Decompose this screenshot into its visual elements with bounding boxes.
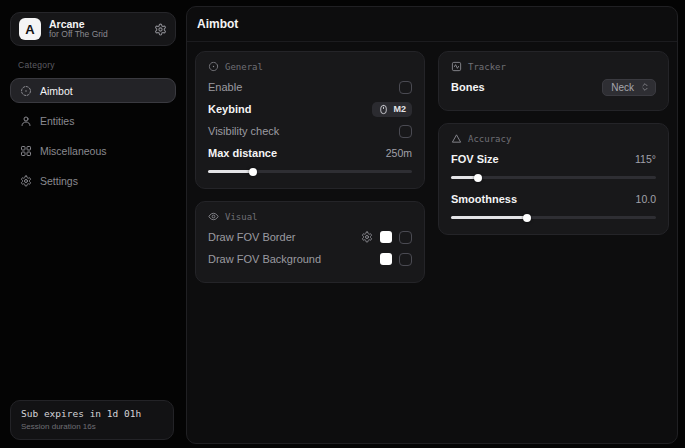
draw-fov-border-checkbox[interactable]	[399, 231, 412, 244]
page-title: Aimbot	[197, 17, 238, 31]
entities-icon	[20, 115, 32, 127]
setting-label: Visibility check	[208, 125, 279, 137]
card-title: General	[225, 62, 263, 72]
card-general: General Enable Keybind M2	[195, 51, 425, 189]
gear-icon[interactable]	[361, 231, 373, 243]
bones-select[interactable]: Neck	[602, 79, 656, 96]
grid-icon	[20, 145, 32, 157]
session-duration-text: Session duration 16s	[21, 422, 163, 431]
max-distance-slider[interactable]	[208, 170, 412, 173]
card-accuracy: Accuracy FOV Size 115° Smoothness	[438, 123, 669, 235]
main-header: Aimbot	[187, 7, 677, 42]
card-visual: Visual Draw FOV Border Draw	[195, 201, 425, 283]
mouse-icon	[378, 104, 389, 115]
gear-icon	[20, 175, 32, 187]
sidebar-item-miscellaneous[interactable]: Miscellaneous	[10, 138, 176, 163]
gear-icon[interactable]	[154, 23, 167, 36]
target-icon	[208, 61, 219, 72]
slider-thumb[interactable]	[474, 174, 482, 182]
sidebar-item-label: Settings	[40, 175, 78, 187]
sidebar-item-label: Miscellaneous	[40, 145, 107, 157]
sidebar-item-aimbot[interactable]: Aimbot	[10, 78, 176, 103]
card-title: Visual	[225, 212, 258, 222]
slider-thumb[interactable]	[523, 214, 531, 222]
activity-icon	[451, 61, 462, 72]
draw-fov-background-checkbox[interactable]	[399, 253, 412, 266]
subscription-card: Sub expires in 1d 01h Session duration 1…	[10, 400, 174, 440]
setting-label: Enable	[208, 81, 242, 93]
setting-label: Smoothness	[451, 193, 517, 205]
setting-label: Draw FOV Border	[208, 231, 295, 243]
setting-label: Bones	[451, 81, 485, 93]
card-tracker: Tracker Bones Neck	[438, 51, 669, 111]
smoothness-value: 10.0	[636, 193, 656, 205]
setting-row-smoothness: Smoothness 10.0	[451, 188, 656, 210]
setting-row-fov-size: FOV Size 115°	[451, 148, 656, 170]
app-subtitle: for Off The Grid	[49, 30, 146, 40]
setting-row-bones: Bones Neck	[451, 76, 656, 98]
card-title: Accuracy	[468, 134, 511, 144]
fov-size-slider[interactable]	[451, 176, 656, 179]
sidebar-item-settings[interactable]: Settings	[10, 168, 176, 193]
sidebar: A Arcane for Off The Grid Category Aimbo…	[6, 6, 178, 444]
setting-row-enable: Enable	[208, 76, 412, 98]
smoothness-slider[interactable]	[451, 216, 656, 219]
card-title: Tracker	[468, 62, 506, 72]
keybind-button[interactable]: M2	[372, 102, 412, 117]
triangle-icon	[451, 133, 462, 144]
keybind-value: M2	[393, 104, 406, 114]
visibility-check-checkbox[interactable]	[399, 125, 412, 138]
bones-select-value: Neck	[611, 82, 634, 93]
category-label: Category	[18, 60, 176, 70]
setting-row-visibility-check: Visibility check	[208, 120, 412, 142]
max-distance-value: 250m	[386, 147, 412, 159]
setting-label: Max distance	[208, 147, 277, 159]
setting-row-max-distance: Max distance 250m	[208, 142, 412, 164]
app-logo: A	[19, 18, 41, 40]
sidebar-item-entities[interactable]: Entities	[10, 108, 176, 133]
crosshair-icon	[20, 85, 32, 97]
setting-label: FOV Size	[451, 153, 499, 165]
fov-size-value: 115°	[635, 153, 656, 165]
enable-checkbox[interactable]	[399, 81, 412, 94]
eye-icon	[208, 211, 219, 222]
fov-background-color-swatch[interactable]	[380, 253, 392, 265]
sidebar-item-label: Entities	[40, 115, 74, 127]
setting-row-draw-fov-border: Draw FOV Border	[208, 226, 412, 248]
fov-border-color-swatch[interactable]	[380, 231, 392, 243]
setting-row-keybind: Keybind M2	[208, 98, 412, 120]
content-area: General Enable Keybind M2	[187, 42, 677, 292]
sidebar-item-label: Aimbot	[40, 85, 73, 97]
setting-row-draw-fov-background: Draw FOV Background	[208, 248, 412, 270]
setting-label: Draw FOV Background	[208, 253, 321, 265]
slider-thumb[interactable]	[249, 168, 257, 176]
app-header: A Arcane for Off The Grid	[10, 12, 176, 46]
chevrons-up-down-icon	[640, 82, 650, 92]
main-panel: Aimbot General Enable	[186, 6, 678, 444]
sidebar-nav: Aimbot Entities Miscellaneous Settings	[10, 78, 176, 193]
app-window: A Arcane for Off The Grid Category Aimbo…	[0, 0, 685, 448]
sub-expiry-text: Sub expires in 1d 01h	[21, 408, 163, 419]
setting-label: Keybind	[208, 103, 251, 115]
